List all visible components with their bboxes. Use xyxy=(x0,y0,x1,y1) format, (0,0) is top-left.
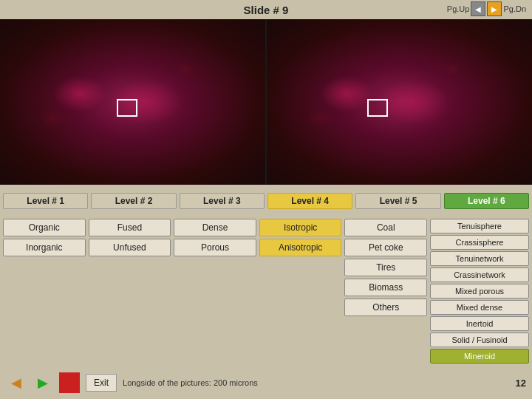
back-nav-icon[interactable]: ◀ xyxy=(6,372,27,393)
nav-controls: Pg.Up ◀ ▶ Pg.Dn xyxy=(447,1,526,16)
level-6-label: Level # 6 xyxy=(444,193,529,209)
image-right-overlay xyxy=(267,19,532,185)
crassinetwork-btn[interactable]: Crassinetwork xyxy=(430,267,529,282)
image-caption: Longside of the pictures: 200 microns xyxy=(123,378,510,387)
anisotropic-btn[interactable]: Anisotropic xyxy=(259,239,342,256)
tenuinetwork-btn[interactable]: Tenuinetwork xyxy=(430,251,529,266)
others-btn[interactable]: Others xyxy=(344,299,427,316)
col-level4: Isotropic Anisotropic xyxy=(259,219,342,364)
level-2-label: Level # 2 xyxy=(91,193,176,209)
levels-row: Level # 1 Level # 2 Level # 3 Level # 4 … xyxy=(0,185,532,216)
mixed-porous-btn[interactable]: Mixed porous xyxy=(430,284,529,299)
selection-rect-left xyxy=(117,99,137,117)
prev-button[interactable]: ◀ xyxy=(471,1,485,16)
dense-btn[interactable]: Dense xyxy=(174,219,256,236)
inertoid-btn[interactable]: Inertoid xyxy=(430,316,529,331)
level-3-label: Level # 3 xyxy=(180,193,265,209)
biomass-btn[interactable]: Biomass xyxy=(344,279,427,296)
pgdn-label: Pg.Dn xyxy=(503,4,526,13)
options-area: Organic Inorganic Fused Unfused Dense Po… xyxy=(0,216,532,366)
image-left xyxy=(0,19,265,185)
mixed-dense-btn[interactable]: Mixed dense xyxy=(430,300,529,315)
slide-title: Slide # 9 xyxy=(244,4,289,16)
exit-button[interactable]: Exit xyxy=(86,374,117,392)
mineroid-btn[interactable]: Mineroid xyxy=(430,349,529,364)
selection-rect-right xyxy=(367,99,388,117)
col-level2: Fused Unfused xyxy=(89,219,171,364)
image-left-overlay xyxy=(0,19,265,185)
tires-btn[interactable]: Tires xyxy=(344,259,427,276)
fused-btn[interactable]: Fused xyxy=(89,219,171,236)
images-area xyxy=(0,19,532,185)
level-1-label: Level # 1 xyxy=(3,193,88,209)
crassisphere-btn[interactable]: Crassisphere xyxy=(430,235,529,250)
porous-btn[interactable]: Porous xyxy=(174,239,256,256)
col-level3: Dense Porous xyxy=(174,219,256,364)
inorganic-btn[interactable]: Inorganic xyxy=(3,239,86,256)
forward-nav-icon[interactable]: ▶ xyxy=(33,372,53,393)
col-level5: Coal Pet coke Tires Biomass Others xyxy=(344,219,427,364)
level-4-label: Level # 4 xyxy=(267,193,352,209)
pgup-label: Pg.Up xyxy=(447,4,470,13)
unfused-btn[interactable]: Unfused xyxy=(89,239,171,256)
bottom-bar: ◀ ▶ Exit Longside of the pictures: 200 m… xyxy=(0,366,532,399)
col-level6: Tenuisphere Crassisphere Tenuinetwork Cr… xyxy=(430,219,529,364)
next-button[interactable]: ▶ xyxy=(487,1,502,16)
level-5-label: Level # 5 xyxy=(355,193,440,209)
tenuisphere-btn[interactable]: Tenuisphere xyxy=(430,219,529,233)
page-number: 12 xyxy=(516,378,526,389)
organic-btn[interactable]: Organic xyxy=(3,219,86,236)
col-level1: Organic Inorganic xyxy=(3,219,86,364)
solid-fusinoid-btn[interactable]: Solid / Fusinoid xyxy=(430,332,529,347)
stop-icon[interactable] xyxy=(59,372,80,393)
isotropic-btn[interactable]: Isotropic xyxy=(259,219,342,236)
coal-btn[interactable]: Coal xyxy=(344,219,427,236)
image-right xyxy=(267,19,532,185)
petcoke-btn[interactable]: Pet coke xyxy=(344,239,427,256)
